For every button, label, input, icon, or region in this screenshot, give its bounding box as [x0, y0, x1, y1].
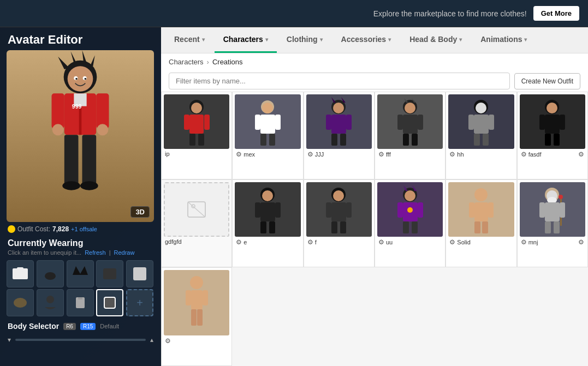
svg-point-29: [46, 296, 54, 303]
tab-clothing-chevron: ▾: [320, 37, 323, 43]
wearing-item-8[interactable]: [67, 289, 94, 316]
slider-track[interactable]: [15, 339, 146, 341]
outfit-name-mex: mex: [243, 151, 255, 158]
banner-text: Explore the marketplace to find more clo…: [373, 9, 527, 18]
tab-bar: Recent ▾ Characters ▾ Clothing ▾ Accesso…: [161, 27, 588, 53]
svg-point-90: [333, 190, 344, 201]
outfit-name-row-gdfgfd: gdfgfd: [164, 237, 229, 245]
svg-rect-44: [275, 115, 281, 130]
tab-recent[interactable]: Recent ▾: [165, 27, 213, 53]
svg-point-28: [14, 298, 27, 308]
get-more-button[interactable]: Get More: [533, 6, 579, 21]
svg-rect-27: [133, 267, 146, 280]
wearing-item-9-selected[interactable]: [96, 289, 123, 316]
svg-rect-85: [255, 202, 260, 218]
tab-characters-label: Characters: [223, 35, 263, 44]
svg-rect-102: [418, 202, 423, 218]
svg-rect-122: [554, 221, 560, 233]
wearing-item-5[interactable]: [126, 260, 153, 287]
outfit-gear-tan: ⚙: [165, 337, 171, 345]
tab-accessories[interactable]: Accessories ▾: [332, 27, 400, 53]
outfit-thumb-ip: [164, 94, 229, 149]
svg-marker-98: [403, 185, 408, 191]
outfit-cost-value: 7,828: [52, 225, 69, 233]
svg-rect-14: [96, 93, 109, 128]
svg-point-20: [80, 181, 98, 190]
svg-rect-88: [269, 221, 275, 233]
outfit-name-e: e: [243, 239, 247, 245]
refresh-link[interactable]: Refresh: [85, 249, 106, 256]
tab-head-body[interactable]: Head & Body ▾: [401, 27, 471, 53]
svg-rect-94: [331, 221, 337, 233]
r6-badge: R6: [63, 323, 76, 330]
svg-rect-120: [560, 202, 565, 218]
outfit-thumb-tan: [164, 270, 229, 335]
outfit-card-gdfgfd[interactable]: gdfgfd: [161, 179, 232, 267]
wearing-item-add[interactable]: +: [126, 289, 153, 316]
svg-rect-36: [184, 115, 189, 130]
outfit-gear-hh: ⚙: [449, 151, 455, 158]
wearing-item-2[interactable]: [37, 260, 64, 287]
outfit-card-f[interactable]: ⚙ f: [304, 179, 375, 267]
svg-marker-49: [331, 97, 336, 103]
wearing-item-3[interactable]: [67, 260, 94, 287]
currently-wearing-title: Currently Wearing: [0, 236, 161, 249]
svg-rect-62: [418, 115, 423, 130]
svg-point-5: [68, 66, 93, 92]
tab-characters[interactable]: Characters ▾: [215, 27, 277, 53]
outfit-name-JJJ: JJJ: [315, 151, 324, 158]
body-slider-row: ▾ ▴: [0, 334, 161, 344]
svg-rect-54: [331, 134, 337, 146]
outfit-gear-solid: ⚙: [449, 238, 455, 246]
outfit-gear-fasdf: ⚙: [521, 151, 527, 158]
wearing-item-7[interactable]: [37, 289, 64, 316]
svg-rect-35: [189, 115, 204, 134]
wearing-item-1[interactable]: [7, 260, 34, 287]
svg-rect-109: [469, 202, 474, 218]
outfit-name-solid: Solid: [457, 239, 470, 245]
svg-rect-86: [275, 202, 281, 218]
outfit-card-mex[interactable]: ⚙ mex: [232, 92, 303, 179]
outfit-card-e[interactable]: ⚙ e: [232, 179, 303, 267]
svg-rect-67: [474, 115, 489, 134]
outfit-card-hh[interactable]: ⚙ hh: [446, 92, 516, 179]
svg-point-107: [476, 190, 486, 201]
tab-accessories-label: Accessories: [341, 35, 387, 44]
tab-head-body-chevron: ▾: [459, 37, 462, 43]
svg-rect-121: [545, 221, 551, 233]
svg-rect-124: [191, 290, 203, 309]
svg-point-73: [547, 103, 557, 113]
breadcrumb-parent[interactable]: Characters: [169, 58, 204, 66]
outfit-card-fff[interactable]: ⚙ fff: [375, 92, 446, 179]
outfit-gear-mnj: ⚙: [521, 238, 527, 246]
outfit-card-JJJ[interactable]: ⚙ JJJ: [304, 92, 375, 179]
outfit-card-tan[interactable]: ⚙: [161, 267, 232, 366]
outfit-name-mnj: mnj: [528, 239, 538, 245]
wearing-item-4[interactable]: [96, 260, 123, 287]
outfit-card-fasdf[interactable]: ⚙ fasdf ⚙: [517, 92, 588, 179]
svg-rect-13: [52, 93, 64, 128]
slider-min-icon: ▾: [8, 336, 11, 344]
outfit-card-solid[interactable]: ⚙ Solid: [446, 179, 516, 267]
svg-rect-64: [412, 134, 418, 146]
outfit-thumb-solid: [448, 182, 514, 237]
filter-input[interactable]: [169, 73, 510, 89]
svg-rect-45: [260, 134, 266, 146]
svg-point-103: [407, 207, 413, 213]
right-panel: Recent ▾ Characters ▾ Clothing ▾ Accesso…: [161, 27, 588, 366]
svg-rect-51: [331, 115, 346, 134]
wearing-item-6[interactable]: [7, 289, 34, 316]
svg-rect-17: [64, 135, 79, 185]
create-outfit-button[interactable]: Create New Outfit: [514, 73, 580, 89]
svg-rect-26: [103, 268, 116, 279]
outfit-card-uu[interactable]: ⚙ uu: [375, 179, 446, 267]
outfit-name-gdfgfd: gdfgfd: [165, 238, 182, 245]
tab-clothing[interactable]: Clothing ▾: [278, 27, 331, 53]
redraw-link[interactable]: Redraw: [114, 249, 135, 256]
outfit-name-uu: uu: [386, 239, 393, 245]
outfit-card-mnj[interactable]: ⚙ mnj ⚙: [517, 179, 588, 267]
outfit-card-ip[interactable]: ip: [161, 92, 232, 179]
outfit-name-hh: hh: [457, 151, 464, 158]
svg-rect-38: [189, 134, 195, 146]
tab-animations[interactable]: Animations ▾: [472, 27, 536, 53]
